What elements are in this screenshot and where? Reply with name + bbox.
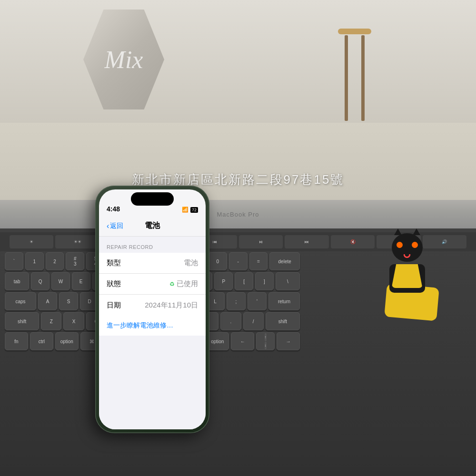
key-x[interactable]: X [63,312,84,330]
info-row-status: 狀態 ♻ 已使用 [99,274,206,295]
key-equal[interactable]: = [249,252,268,270]
toy-cat-figure [383,233,431,295]
key-arrow-up-down: ↑ ↓ [256,332,275,350]
learn-more-link[interactable]: 進一步瞭解電池維修… [99,316,206,336]
recycle-icon: ♻ [169,281,175,288]
status-icons: 📶 72 [182,207,198,213]
back-chevron-icon: ‹ [107,222,109,230]
key-delete[interactable]: delete [269,252,300,270]
key-2[interactable]: 2 [46,252,64,270]
label-type: 類型 [107,258,184,268]
store-floor [0,123,476,205]
key-return[interactable]: return [268,292,300,310]
cat-eye-right [412,242,418,248]
macbook-logo: MacBook Pro [217,211,259,218]
key-tab[interactable]: tab [5,272,29,290]
key-arrow-left[interactable]: ← [231,332,254,350]
store-address: 新北市新店區北新路二段97巷15號 [0,171,476,188]
key-fn[interactable]: fn [5,332,28,350]
key-lbracket[interactable]: [ [235,272,253,290]
key-lshift[interactable]: shift [5,312,39,330]
phone-content: REPAIR RECORD 類型 電池 狀態 ♻ 已使用 [99,237,206,429]
key-w[interactable]: W [51,272,70,290]
key-p[interactable]: P [214,272,233,290]
laptop-screen: Mix 新北市新店區北新路二段97巷15號 [0,0,476,205]
cat-vest [392,264,423,288]
stool-leg-right [361,35,365,121]
mix-box: Mix [83,10,164,109]
key-quote[interactable]: ' [248,292,267,310]
nav-title: 電池 [145,221,160,231]
key-ctrl[interactable]: ctrl [30,332,53,350]
cat-mouth [404,254,411,258]
key-backtick[interactable]: ` [5,252,23,270]
fn-key-mute[interactable]: 🔇 [331,235,375,248]
key-period[interactable]: . [220,312,241,330]
status-text: 已使用 [177,279,198,288]
mix-text: Mix [105,46,143,74]
key-q[interactable]: Q [31,272,50,290]
cat-head [392,233,423,262]
cat-ear-left [394,228,402,235]
fn-key-brightness-up[interactable]: ☀☀ [55,235,99,248]
stool-legs [338,35,371,121]
fn-key-brightness-down[interactable]: ☀ [10,235,53,248]
back-label: 返回 [110,222,123,230]
key-caps[interactable]: caps [5,292,36,310]
cat-ear-right [413,228,420,235]
fn-key-play[interactable]: ⏯ [239,235,283,248]
key-slash[interactable]: / [243,312,264,330]
stool-leg-left [345,35,348,121]
info-row-date: 日期 2024年11月10日 [99,295,206,316]
cat-eye-left [397,242,403,248]
iphone-body: 4:48 📶 72 ‹ 返回 電池 REPAIR RECORD [95,186,209,433]
key-down[interactable]: ↓ [265,342,267,350]
key-3[interactable]: #3 [66,252,84,270]
key-rbracket[interactable]: ] [255,272,274,290]
label-date: 日期 [107,301,145,310]
key-e[interactable]: E [72,272,90,290]
section-label: REPAIR RECORD [99,237,206,253]
key-option[interactable]: option [55,332,79,350]
battery-icon: 72 [190,207,198,213]
nav-bar: ‹ 返回 電池 [99,216,206,237]
iphone-screen: 4:48 📶 72 ‹ 返回 電池 REPAIR RECORD [99,189,206,429]
key-z[interactable]: Z [41,312,61,330]
key-minus[interactable]: - [229,252,248,270]
key-up[interactable]: ↑ [265,333,267,341]
cat-body [389,264,425,293]
back-button[interactable]: ‹ 返回 [107,222,123,230]
screen-content: Mix 新北市新店區北新路二段97巷15號 [0,0,476,205]
key-1[interactable]: 1 [25,252,44,270]
mix-box-container: Mix [76,10,171,133]
dynamic-island [131,192,174,206]
stool [338,29,371,143]
value-status: ♻ 已使用 [169,279,198,288]
value-type: 電池 [184,258,198,268]
key-s[interactable]: S [59,292,78,310]
value-date: 2024年11月10日 [145,301,198,310]
key-semicolon[interactable]: ; [227,292,246,310]
key-0[interactable]: 0 [208,252,227,270]
status-time: 4:48 [107,205,120,213]
key-a[interactable]: A [38,292,57,310]
fn-key-next[interactable]: ⏭ [285,235,328,248]
label-status: 狀態 [107,279,169,288]
key-rshift[interactable]: shift [266,312,300,330]
key-arrow-right[interactable]: → [277,332,300,350]
wifi-icon: 📶 [182,207,188,213]
info-row-type: 類型 電池 [99,253,206,274]
iphone: 4:48 📶 72 ‹ 返回 電池 REPAIR RECORD [95,186,209,433]
stool-seat [338,29,371,34]
info-card: 類型 電池 狀態 ♻ 已使用 日期 2024年11月10日 [99,253,206,316]
macbook-frame: MacBook Pro [0,200,476,228]
key-backslash[interactable]: \ [276,272,300,290]
